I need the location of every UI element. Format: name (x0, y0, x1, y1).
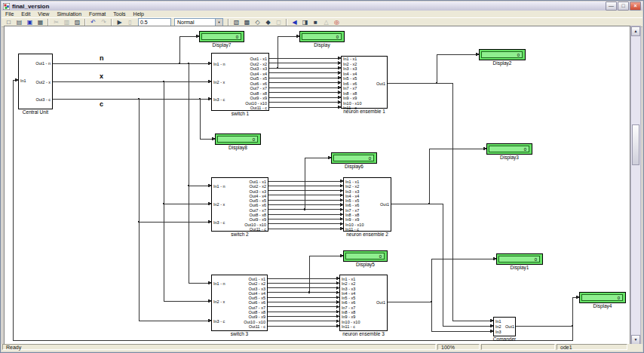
block-caption: neuron ensemble 3 (342, 331, 385, 336)
display-block-display4[interactable]: 0 Display4 (579, 292, 626, 303)
scroll-up-icon[interactable]: ▲ (631, 26, 640, 36)
signal-wire[interactable] (179, 36, 199, 63)
display-block-display[interactable]: 0 Display (299, 31, 345, 42)
status-empty-cell (481, 344, 555, 350)
block-caption: Central Unit (23, 109, 48, 115)
display-value: 0 (201, 33, 241, 40)
switch1-output-ports: Out1 - x1Out2 - x2Out3 - x3Out4 - x4Out5… (212, 57, 267, 111)
model-canvas[interactable]: n x c In1 Out1 - n Out2 - x Out3 - c Cen… (4, 26, 630, 345)
block-caption: Comander (493, 336, 516, 342)
block-neuron-ensemble-3[interactable]: In1 - x1In2 - x2In3 - x3In4 - x4In5 - x5… (339, 275, 388, 331)
signal-label-c: c (100, 100, 103, 108)
block-neuron-ensemble-1[interactable]: In1 - x1In2 - x2In3 - x3In4 - x4In5 - x5… (341, 56, 388, 109)
status-ready: Ready (2, 344, 436, 350)
block-caption: switch 2 (231, 232, 248, 237)
display-block-display3[interactable]: 0 Display3 (486, 143, 532, 155)
menu-item[interactable]: Tools (109, 11, 129, 17)
display-value: 0 (581, 294, 623, 301)
signal-wire[interactable] (516, 297, 579, 326)
signal-wire[interactable] (139, 99, 211, 222)
port-label: In3 (495, 330, 501, 334)
signal-wire[interactable] (391, 204, 493, 326)
port-label: In1 (495, 319, 501, 324)
block-switch-1[interactable]: In1 - n In2 - x In3 - c Out1 - x1Out2 - … (211, 53, 269, 111)
menu-bar: FileEditViewSimulationFormatToolsHelp (2, 11, 642, 17)
signal-wire[interactable] (388, 83, 493, 321)
restore-button[interactable]: □ (618, 2, 629, 11)
display-value: 0 (217, 136, 258, 143)
toolbar-separator (48, 19, 49, 26)
scrollbar-thumb[interactable] (632, 124, 639, 165)
display-caption: Display (314, 42, 330, 48)
signal-wire[interactable] (189, 186, 211, 283)
close-button[interactable]: × (630, 2, 641, 11)
block-switch-2[interactable]: In1 - n In2 - x In3 - c Out1 - x1Out2 - … (211, 177, 268, 232)
signal-wire-feedback[interactable] (13, 80, 572, 340)
block-neuron-ensemble-2[interactable]: In1 - x1In2 - x2In3 - x3In4 - x4In5 - x5… (343, 177, 391, 232)
signal-label-x: x (100, 72, 103, 80)
dropdown-arrow-icon[interactable]: ▼ (215, 19, 222, 26)
port-label: In1 (20, 78, 26, 83)
display-block-display8[interactable]: 0 Display8 (215, 134, 261, 145)
display-block-display7[interactable]: 0 Display7 (199, 31, 244, 42)
signal-wire[interactable] (278, 36, 299, 68)
status-solver: ode1 (557, 344, 627, 350)
menu-item[interactable]: Format (85, 11, 109, 17)
menu-item[interactable]: View (34, 11, 53, 17)
block-caption: neuron ensemble 1 (343, 109, 385, 114)
signal-wire[interactable] (388, 302, 493, 331)
display-caption: Display8 (228, 145, 247, 150)
signal-wire[interactable] (139, 222, 211, 321)
signal-wire[interactable] (309, 256, 343, 293)
toolbar-separator (228, 19, 229, 26)
toolbar-separator (84, 19, 86, 26)
block-caption: neuron ensemble 2 (346, 232, 388, 237)
toolbar-separator (111, 19, 112, 26)
display-value: 0 (489, 146, 529, 152)
menu-item[interactable]: Help (130, 11, 148, 17)
vertical-scrollbar[interactable]: ▲ ▼ (630, 26, 641, 345)
display-caption: Display6 (345, 164, 363, 169)
display-caption: Display4 (593, 303, 612, 308)
signal-wire[interactable] (429, 149, 486, 204)
port-label: Out3 - c (35, 97, 51, 102)
display-caption: Display2 (493, 60, 512, 66)
display-caption: Display7 (213, 42, 232, 48)
signal-wire[interactable] (437, 54, 479, 83)
signal-wire[interactable] (305, 158, 331, 210)
toolbar-separator (286, 19, 287, 26)
port-label: In11 - c (342, 324, 387, 329)
display-value: 0 (333, 155, 374, 161)
menu-item[interactable]: Simulation (53, 11, 85, 17)
display-block-display5[interactable]: 0 Display5 (343, 250, 388, 262)
port-label: Out11 - c (212, 324, 265, 329)
signal-wire[interactable] (164, 81, 211, 204)
block-caption: switch 3 (231, 331, 248, 336)
display-caption: Display5 (356, 262, 375, 267)
menu-item[interactable]: File (2, 11, 17, 17)
port-label: Out1 (505, 324, 514, 329)
display-block-display2[interactable]: 0 Display2 (479, 49, 526, 60)
menu-item[interactable]: Edit (17, 11, 34, 17)
port-label: Out1 (376, 300, 385, 305)
signal-wire[interactable] (189, 63, 211, 186)
signal-wire[interactable] (164, 204, 211, 301)
window-title: final_version (12, 3, 605, 10)
simulink-icon (3, 3, 10, 10)
display-caption: Display3 (500, 155, 519, 160)
minimize-button[interactable]: — (606, 2, 617, 11)
status-zoom-level: 100% (437, 344, 480, 350)
block-switch-3[interactable]: In1 - n In2 - x In3 - c Out1 - x1Out2 - … (211, 275, 268, 331)
switch2-output-ports: Out1 - x1Out2 - x2Out3 - x3Out4 - x4Out5… (212, 180, 266, 232)
wires-layer (5, 26, 630, 345)
display-block-display1[interactable]: 0 Display1 (496, 253, 543, 265)
signal-label-n: n (100, 54, 104, 62)
display-block-display6[interactable]: 0 Display6 (331, 152, 377, 164)
signal-wire[interactable] (431, 259, 496, 302)
port-label: In2 (495, 324, 501, 329)
block-comander[interactable]: In1 In2 In3 Out1 Comander (493, 317, 516, 336)
block-central-unit[interactable]: In1 Out1 - n Out2 - x Out3 - c Central U… (18, 54, 53, 109)
switch3-output-ports: Out1 - x1Out2 - x2Out3 - x3Out4 - x4Out5… (212, 277, 265, 329)
display-value: 0 (302, 33, 342, 40)
port-label: Out1 (380, 202, 389, 207)
